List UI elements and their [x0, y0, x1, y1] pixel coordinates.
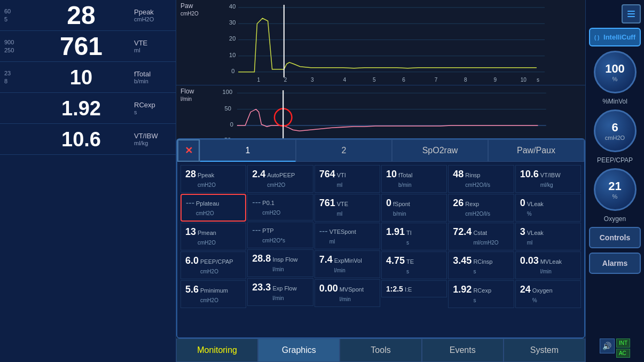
svg-text:40: 40 [229, 3, 235, 10]
menu-icon-button[interactable] [622, 4, 641, 23]
controls-button[interactable]: Controls [589, 227, 641, 248]
svg-text:10: 10 [229, 52, 235, 58]
pmean-item: 13 PmeancmH2O [185, 226, 241, 247]
oxygen-control[interactable]: 21 % [594, 168, 637, 211]
paw-chart: Paw cmH2O 40 30 20 10 0 1 2 3 4 5 6 7 8 … [176, 0, 585, 85]
mon-ftotal: 10 fTotalb/min [381, 165, 447, 193]
mon-col-5: 48 RinspcmH2O/l/s 26 RexpcmH2O/l/s 72.4 [448, 165, 514, 334]
mon-mvspont: 0.00 MVSpontl/min [315, 279, 380, 307]
vital-row-vtibw: 10.6 VT/IBW ml/kg [0, 124, 176, 155]
svg-text:6: 6 [402, 77, 405, 83]
vitals-panel: 60 5 28 Ppeak cmH2O 900 250 761 VTE ml 2… [0, 0, 176, 362]
vte-item: 761 VTEml [319, 198, 375, 218]
vtespont-item: --- VTESpontml [319, 226, 375, 246]
oxygen-mon-item: 24 Oxygen% [520, 284, 576, 304]
mon-pminimum: 5.6 PminimumcmH2O [180, 280, 246, 308]
insp-flow-item: 28.8 Insp Flowl/min [252, 253, 308, 273]
charts-panel: Paw cmH2O 40 30 20 10 0 1 2 3 4 5 6 7 8 … [176, 0, 585, 362]
paw-label: Paw cmH2O [180, 2, 199, 17]
peep-control[interactable]: 6 cmH2O [594, 109, 637, 152]
menu-icon [626, 9, 636, 19]
svg-text:20: 20 [229, 35, 235, 42]
mon-vte: 761 VTEml [315, 194, 380, 222]
vti-item: 764 VTIml [319, 169, 375, 189]
nav-events[interactable]: Events [422, 339, 504, 362]
flow-label: Flow l/min [180, 88, 194, 103]
cstat-item: 72.4 Cstatml/cmH2O [453, 226, 509, 247]
te-item: 4.75 TEs [386, 255, 442, 276]
mon-exp-flow: 23.3 Exp Flowl/min [247, 278, 313, 306]
minvol-label: %MinVol [602, 98, 627, 105]
svg-text:30: 30 [229, 19, 235, 26]
svg-text:9: 9 [493, 77, 497, 83]
p01-item: --- P0.1cmH2O [252, 198, 308, 217]
ppeak-value: 28 [28, 3, 134, 28]
svg-text:2: 2 [284, 77, 287, 83]
rcexp-mon-item: 1.92 RCexps [453, 284, 509, 304]
ppeak-item: 28 PpeakcmH2O [185, 169, 241, 189]
ftotal-label: fTotal b/min [134, 70, 171, 84]
mon-insp-flow: 28.8 Insp Flowl/min [247, 249, 313, 277]
nav-system[interactable]: System [504, 339, 585, 362]
intellicuff-button[interactable]: ( ) IntelliCuff [589, 28, 641, 46]
mon-peepcpap: 6.0 PEEP/CPAPcmH2O [180, 251, 246, 279]
vleak-ml-item: 3 VLeakml [520, 226, 576, 247]
mon-cstat: 72.4 Cstatml/cmH2O [448, 223, 514, 250]
vital-row-rcexp: 1.92 RCexp s [0, 93, 176, 124]
mode-controls: 🔊 INT AC [600, 339, 630, 358]
nav-tools[interactable]: Tools [340, 339, 421, 362]
svg-rect-35 [627, 13, 635, 14]
vtibw-mon-item: 10.6 VT/IBWml/kg [520, 169, 576, 189]
rexp-item: 26 RexpcmH2O/l/s [453, 198, 509, 218]
mon-vleak-ml: 3 VLeakml [515, 223, 581, 250]
mon-p01: --- P0.1cmH2O [247, 194, 313, 221]
vital-row-vte: 900 250 761 VTE ml [0, 31, 176, 62]
vital-row-ftotal: 23 8 10 fTotal b/min [0, 62, 176, 93]
expminvol-item: 7.4 ExpMinVoll/min [319, 254, 375, 274]
alarms-button[interactable]: Alarms [589, 253, 641, 274]
main-container: 60 5 28 Ppeak cmH2O 900 250 761 VTE ml 2… [0, 0, 644, 362]
ppeak-label: Ppeak cmH2O [134, 8, 171, 22]
vte-range: 900 250 [4, 38, 28, 54]
tab-spo2raw[interactable]: SpO2raw [392, 139, 488, 162]
ftotal-range: 23 8 [4, 69, 28, 85]
vtibw-label: VT/IBW ml/kg [134, 132, 171, 146]
mon-ti: 1.91 TIs [381, 223, 447, 250]
svg-text:5: 5 [373, 77, 376, 83]
speaker-button[interactable]: 🔊 [600, 339, 615, 353]
mon-mvleak: 0.03 MVLeakl/min [515, 251, 581, 279]
svg-text:7: 7 [435, 77, 438, 83]
close-monitoring-button[interactable]: ✕ [177, 139, 200, 162]
tab-pawpaux[interactable]: Paw/Paux [488, 139, 584, 162]
minvol-control[interactable]: 100 % [594, 51, 637, 93]
ptp-item: --- PTPcmH2O*s [252, 225, 308, 245]
svg-text:4: 4 [343, 77, 347, 83]
nav-graphics[interactable]: Graphics [258, 339, 340, 362]
mon-col-1: 28 PpeakcmH2O --- PplateaucmH2O 13 [180, 165, 246, 334]
mon-vtespont: --- VTESpontml [315, 223, 380, 249]
rcexp-value: 1.92 [28, 98, 134, 119]
exp-flow-item: 23.3 Exp Flowl/min [252, 282, 308, 302]
mon-rcinsp: 3.45 RCinsps [448, 251, 514, 279]
svg-text:8: 8 [464, 77, 467, 83]
monitoring-data-grid: 28 PpeakcmH2O --- PplateaucmH2O 13 [177, 162, 584, 337]
vtibw-value: 10.6 [28, 129, 134, 149]
svg-text:0: 0 [231, 68, 234, 74]
mvleak-item: 0.03 MVLeakl/min [520, 255, 576, 276]
peepcpap-item: 6.0 PEEP/CPAPcmH2O [185, 255, 241, 276]
nav-monitoring[interactable]: Monitoring [176, 339, 258, 362]
svg-text:s: s [537, 77, 539, 83]
fspont-item: 0 fSpontb/min [386, 198, 442, 218]
mon-rinsp: 48 RinspcmH2O/l/s [448, 165, 514, 193]
paw-chart-svg: 40 30 20 10 0 1 2 3 4 5 6 7 8 9 10 s [180, 2, 581, 83]
ac-button[interactable]: AC [616, 349, 630, 358]
mon-vti: 764 VTIml [315, 165, 380, 193]
tab-2[interactable]: 2 [296, 139, 392, 162]
bottom-nav: Monitoring Graphics Tools Events System [176, 339, 585, 362]
mode-buttons: INT AC [616, 339, 630, 358]
svg-text:0: 0 [230, 121, 233, 128]
tab-1[interactable]: 1 [200, 139, 296, 162]
mon-expminvol: 7.4 ExpMinVoll/min [315, 250, 380, 278]
autopeep-item: 2.4 AutoPEEPcmH2O [252, 169, 308, 189]
int-button[interactable]: INT [616, 339, 630, 348]
